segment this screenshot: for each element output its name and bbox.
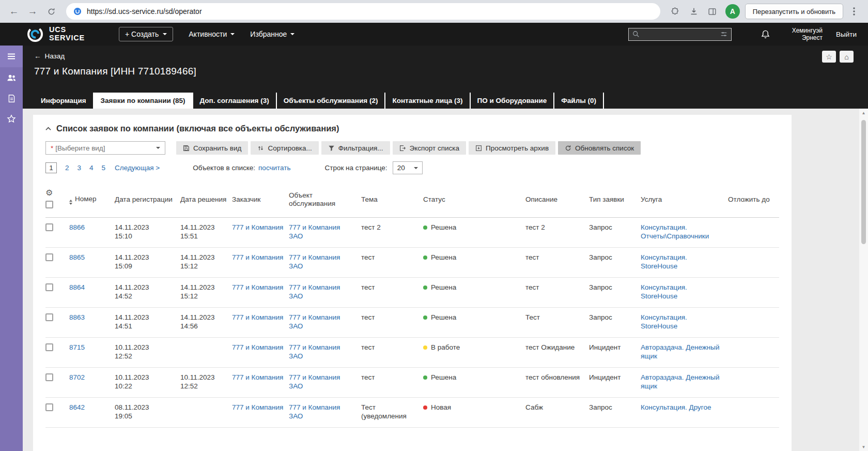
customer-link[interactable]: 777 и Компания	[232, 403, 283, 411]
view-select[interactable]: * [Выберите вид]	[45, 141, 165, 155]
back-arrow-icon: ←	[34, 52, 41, 60]
save-button[interactable]: Сохранить вид	[176, 141, 248, 155]
refresh-button[interactable]: Обновлять список	[558, 141, 641, 155]
service-object-link[interactable]: 777 и Компания ЗАО	[289, 403, 340, 420]
service-object-link[interactable]: 777 и Компания ЗАО	[289, 223, 340, 240]
description-cell: тест	[525, 277, 589, 307]
scroll-down-icon[interactable]: ▼	[859, 443, 868, 451]
next-page-link[interactable]: Следующая >	[115, 164, 160, 172]
number-cell: 8865	[69, 247, 115, 277]
star-icon	[7, 114, 16, 124]
menu-favorites[interactable]: Избранное	[250, 30, 295, 38]
count-link[interactable]: посчитать	[258, 164, 290, 172]
request-number-link[interactable]: 8863	[69, 313, 85, 321]
request-number-link[interactable]: 8864	[69, 283, 85, 291]
tab-5[interactable]: ПО и Оборудование	[471, 93, 555, 109]
customer-link[interactable]: 777 и Компания	[232, 283, 283, 291]
scrollbar-thumb[interactable]	[861, 120, 866, 244]
request-number-link[interactable]: 8715	[69, 343, 85, 351]
favorite-star-button[interactable]: ☆	[822, 51, 836, 63]
notifications-bell-icon[interactable]	[761, 29, 770, 39]
downloads-icon[interactable]	[686, 4, 702, 19]
address-bar[interactable]: https://sd.ucs-service.ru/sd/operator	[66, 3, 660, 20]
row-checkbox[interactable]	[45, 223, 53, 231]
app-logo[interactable]: UCS SERVICE	[26, 25, 85, 43]
scroll-up-icon[interactable]: ▲	[859, 109, 868, 117]
request-number-link[interactable]: 8642	[69, 403, 85, 411]
export-button[interactable]: Экспорт списка	[393, 141, 467, 155]
customer-cell: 777 и Компания	[232, 217, 289, 247]
browser-menu-icon[interactable]	[846, 4, 862, 19]
table-settings-gear-icon[interactable]: ⚙	[45, 189, 65, 197]
home-button[interactable]: ⌂	[840, 51, 854, 63]
customer-link[interactable]: 777 и Компания	[232, 223, 283, 231]
row-checkbox[interactable]	[45, 253, 53, 261]
service-link[interactable]: Консультация. StoreHouse	[641, 313, 687, 330]
service-link[interactable]: Автораздача. Денежный ящик	[641, 373, 720, 390]
page-link-3[interactable]: 3	[78, 164, 82, 172]
registration-date-cell: 10.11.202312:52	[115, 337, 180, 367]
service-link[interactable]: Автораздача. Денежный ящик	[641, 343, 720, 360]
customer-link[interactable]: 777 и Компания	[232, 343, 283, 351]
search-input[interactable]	[643, 31, 717, 38]
sidebar-item-contacts[interactable]	[0, 67, 23, 88]
section-header[interactable]: Список заявок по компании (включая все о…	[45, 124, 779, 133]
service-object-link[interactable]: 777 и Компания ЗАО	[289, 283, 340, 300]
service-object-link[interactable]: 777 и Компания ЗАО	[289, 343, 340, 360]
reload-icon[interactable]	[43, 4, 59, 19]
create-button[interactable]: + Создать	[119, 27, 173, 41]
sidebar-item-requests[interactable]	[0, 88, 23, 109]
tab-3[interactable]: Объекты обслуживания (2)	[277, 93, 386, 109]
service-object-link[interactable]: 777 и Компания ЗАО	[289, 253, 340, 270]
customer-link[interactable]: 777 и Компания	[232, 373, 283, 381]
request-number-link[interactable]: 8865	[69, 253, 85, 261]
filter-button[interactable]: Фильтрация...	[321, 141, 390, 155]
menu-toggle-button[interactable]	[0, 46, 23, 67]
menu-activities[interactable]: Активности	[189, 30, 235, 38]
profile-avatar[interactable]: A	[725, 4, 740, 19]
sidebar-item-favorites[interactable]	[0, 109, 23, 129]
tab-4[interactable]: Контактные лица (3)	[385, 93, 470, 109]
row-checkbox[interactable]	[45, 343, 53, 351]
row-checkbox[interactable]	[45, 283, 53, 291]
sort-icon[interactable]	[69, 200, 72, 205]
current-user[interactable]: Хемингуэй Эрнест	[792, 27, 823, 42]
request-number-link[interactable]: 8702	[69, 373, 85, 381]
back-icon[interactable]: ←	[6, 4, 22, 19]
row-checkbox[interactable]	[45, 403, 53, 411]
logout-button[interactable]: Выйти	[836, 31, 857, 38]
customer-link[interactable]: 777 и Компания	[232, 253, 283, 261]
extensions-icon[interactable]	[668, 4, 683, 19]
request-number-link[interactable]: 8866	[69, 223, 85, 231]
service-link[interactable]: Консультация. StoreHouse	[641, 283, 687, 300]
tab-6[interactable]: Файлы (0)	[554, 93, 604, 109]
select-all-checkbox[interactable]	[45, 201, 53, 208]
service-object-link[interactable]: 777 и Компания ЗАО	[289, 313, 340, 330]
customer-link[interactable]: 777 и Компания	[232, 313, 283, 321]
row-checkbox[interactable]	[45, 313, 53, 321]
search-options-icon[interactable]	[720, 31, 727, 38]
global-search[interactable]	[628, 28, 732, 41]
service-object-link[interactable]: 777 и Компания ЗАО	[289, 373, 340, 390]
status-dot	[423, 255, 427, 260]
forward-icon[interactable]: →	[25, 4, 40, 19]
restart-update-button[interactable]: Перезапустить и обновить	[745, 4, 843, 19]
back-link[interactable]: ← Назад	[34, 52, 65, 60]
rows-per-page-select[interactable]: 20	[393, 161, 423, 174]
split-screen-icon[interactable]	[705, 4, 720, 19]
archive-button[interactable]: Просмотреть архив	[469, 141, 555, 155]
sort-button[interactable]: Сортировка...	[251, 141, 318, 155]
defer-until-cell	[728, 397, 779, 427]
tab-0[interactable]: Информация	[34, 93, 94, 109]
tab-1[interactable]: Заявки по компании (85)	[94, 93, 193, 109]
number-cell: 8864	[69, 277, 115, 307]
row-checkbox[interactable]	[45, 373, 53, 381]
page-link-4[interactable]: 4	[89, 164, 94, 172]
service-link[interactable]: Консультация. Отчеты\Справочники	[641, 223, 709, 240]
page-link-5[interactable]: 5	[102, 164, 106, 172]
page-link-2[interactable]: 2	[65, 164, 69, 172]
vertical-scrollbar[interactable]: ▲ ▼	[859, 109, 868, 451]
service-link[interactable]: Консультация. StoreHouse	[641, 253, 687, 270]
tab-2[interactable]: Доп. соглашения (3)	[193, 93, 277, 109]
service-link[interactable]: Консультация. Другое	[641, 403, 711, 411]
